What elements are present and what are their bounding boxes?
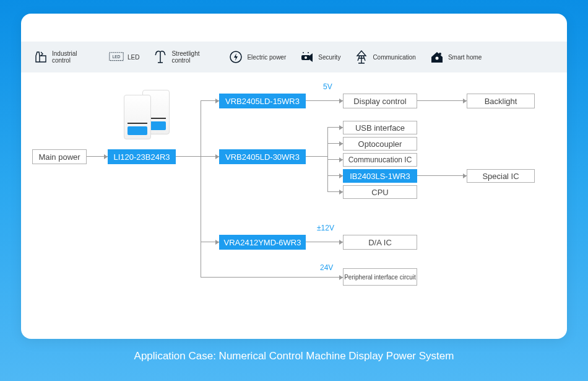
industrial-icon [33,50,48,64]
caption: Application Case: Numerical Control Mach… [0,350,588,362]
diagram-area: Main power LI120-23B24R3 VRB2405LD-15WR3… [21,72,567,339]
node-main-power: Main power [32,149,87,164]
category-label: LED [128,54,139,61]
node-peripheral: Peripheral interface circuit [343,268,417,286]
svg-point-8 [439,53,441,55]
svg-text:LED: LED [113,55,121,59]
node-converter-3: VRA2412YMD-6WR3 [219,235,306,250]
svg-point-5 [303,52,304,53]
svg-point-4 [305,56,307,59]
node-da-ic: D/A IC [343,235,417,250]
electric-icon [228,50,243,64]
node-converter-1: VRB2405LD-15WR3 [219,94,306,108]
node-ib2403: IB2403LS-1WR3 [343,169,417,183]
category-label: Streetlight control [171,50,215,64]
category-smarthome: Smart home [425,50,486,64]
led-icon: LED [109,50,124,64]
node-optocoupler: Optocoupler [343,137,417,151]
node-comm-ic: Communucation IC [343,153,417,167]
security-icon [300,50,314,64]
voltage-label-24v: 24V [320,263,333,272]
svg-point-7 [435,57,438,60]
category-led: LED LED [104,50,144,64]
category-streetlight: Streetlight control [148,50,220,64]
device-image [120,85,176,141]
node-backlight: Backlight [467,94,535,108]
node-usb: USB interface [343,121,417,134]
card: Industrial control LED LED Streetlight c… [21,14,567,339]
category-security: Security [295,50,345,64]
category-communication: Communication [349,50,420,64]
node-special-ic: Special IC [467,169,535,183]
category-label: Smart home [448,54,482,61]
voltage-label-5v: 5V [323,82,332,91]
node-source: LI120-23B24R3 [108,149,176,164]
svg-point-6 [308,52,309,53]
category-industrial: Industrial control [28,50,100,64]
category-electric: Electric power [223,50,291,64]
smarthome-icon [430,50,444,64]
streetlight-icon [153,50,168,64]
voltage-label-12v: ±12V [317,224,334,232]
category-label: Communication [373,54,415,61]
category-label: Security [318,54,340,61]
node-display-control: Display control [343,94,417,108]
node-converter-2: VRB2405LD-30WR3 [219,149,306,164]
node-cpu: CPU [343,185,417,199]
category-label: Electric power [247,54,286,61]
communication-icon [354,50,369,64]
category-label: Industrial control [52,50,95,64]
category-bar: Industrial control LED LED Streetlight c… [21,42,567,72]
